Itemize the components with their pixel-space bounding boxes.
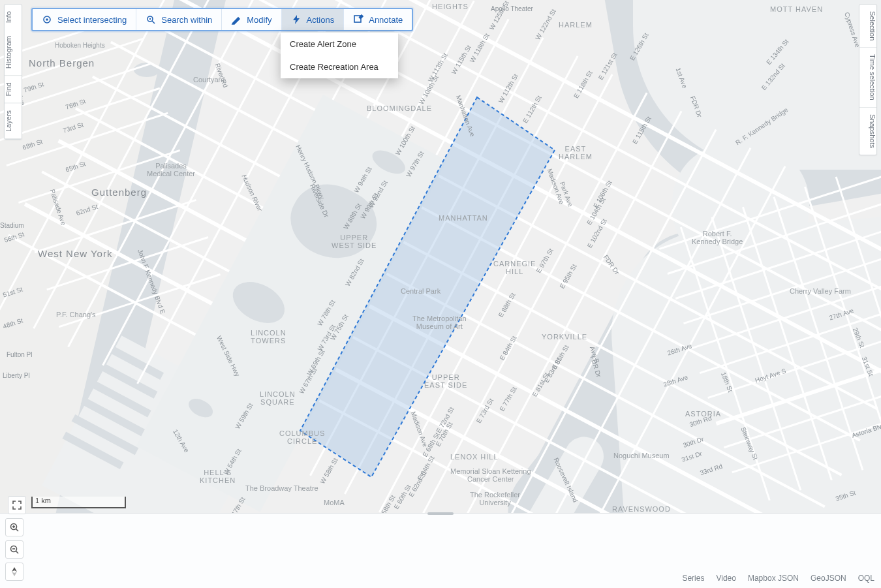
select-intersecting-label: Select intersecting <box>57 15 127 25</box>
tab-selection[interactable]: Selection <box>859 5 876 47</box>
scale-value: 1 km <box>35 497 51 504</box>
create-recreation-area-item[interactable]: Create Recreation Area <box>281 55 398 78</box>
label-uws: UPPER WEST SIDE <box>332 234 377 249</box>
label-east-harlem: EAST HARLEM <box>559 145 593 161</box>
annotate-icon <box>353 14 363 25</box>
search-within-icon <box>146 14 156 25</box>
label-lenox: LENOX HILL <box>450 453 499 461</box>
label-pfchangs: P.F. Chang's <box>56 311 96 318</box>
label-palisades: Palisades Medical Center <box>147 162 195 178</box>
compass-button[interactable] <box>5 563 23 581</box>
label-lincoln-towers: LINCOLN TOWERS <box>251 329 286 345</box>
label-fulton: Fulton Pl <box>7 351 32 358</box>
left-sidebar-tabs: Info Histogram Find Layers <box>4 4 22 140</box>
modify-button[interactable]: Modify <box>222 9 281 30</box>
label-met: The Metropolitan Museum of Art <box>412 315 467 330</box>
tab-info[interactable]: Info <box>5 5 22 29</box>
search-within-button[interactable]: Search within <box>136 9 222 30</box>
svg-line-12 <box>16 551 19 554</box>
label-broadway: The Broadway Theatre <box>245 484 318 492</box>
label-bloomingdale: BLOOMINGDALE <box>367 104 432 112</box>
fullscreen-button[interactable] <box>8 496 26 514</box>
bottom-panel: Series Video Mapbox JSON GeoJSON OQL <box>0 513 881 588</box>
tab-time-selection[interactable]: Time selection <box>859 47 876 107</box>
label-yorkville: YORKVILLE <box>542 333 587 341</box>
label-columbus: COLUMBUS CIRCLE <box>279 429 325 445</box>
scale-bar: 1 km <box>31 497 126 508</box>
label-guttenberg: Guttenberg <box>91 187 147 198</box>
bolt-icon <box>291 14 301 25</box>
tab-find[interactable]: Find <box>5 76 22 103</box>
search-within-label: Search within <box>161 15 212 25</box>
label-mott: MOTT HAVEN <box>770 5 823 13</box>
label-lincoln-sq: LINCOLN SQUARE <box>260 390 296 406</box>
label-central-park: Central Park <box>401 287 440 295</box>
svg-point-5 <box>149 18 151 20</box>
annotate-label: Annotate <box>369 15 403 25</box>
annotate-button[interactable]: Annotate <box>344 9 412 30</box>
link-oql[interactable]: OQL <box>858 574 874 583</box>
link-video[interactable]: Video <box>716 574 735 583</box>
target-icon <box>42 14 52 25</box>
svg-line-4 <box>152 21 155 23</box>
label-heights: HEIGHTS <box>432 3 469 10</box>
actions-dropdown: Create Alert Zone Create Recreation Area <box>281 32 398 78</box>
label-msk: Memorial Sloan Kettering Cancer Center <box>450 467 531 483</box>
label-ues: UPPER EAST SIDE <box>424 373 467 389</box>
actions-button[interactable]: Actions <box>282 9 345 30</box>
label-liberty: Liberty Pl <box>3 372 30 379</box>
svg-point-2 <box>46 18 48 21</box>
link-series[interactable]: Series <box>682 574 704 583</box>
pencil-icon <box>231 14 241 25</box>
link-mapbox-json[interactable]: Mapbox JSON <box>748 574 799 583</box>
label-hoboken-heights: Hoboken Heights <box>55 42 105 49</box>
label-ravenswood: RAVENSWOOD <box>612 505 671 513</box>
map-canvas[interactable]: North Bergen Guttenberg West New York Ho… <box>0 0 881 513</box>
label-cherry: Cherry Valley Farm <box>790 287 851 295</box>
label-rfk: Robert F. Kennedy Bridge <box>692 230 743 245</box>
label-north-bergen: North Bergen <box>29 57 95 69</box>
actions-label: Actions <box>307 15 335 25</box>
create-alert-zone-item[interactable]: Create Alert Zone <box>281 33 398 55</box>
zoom-out-button[interactable] <box>5 540 23 559</box>
label-noguchi: Noguchi Museum <box>613 452 670 459</box>
tab-layers[interactable]: Layers <box>5 104 22 139</box>
bottom-links: Series Video Mapbox JSON GeoJSON OQL <box>682 574 874 583</box>
label-rock: The Rockefeller University <box>470 491 520 506</box>
label-stadium: Stadium <box>0 222 24 229</box>
drag-handle[interactable] <box>427 512 454 515</box>
svg-line-8 <box>16 529 19 532</box>
link-geojson[interactable]: GeoJSON <box>811 574 846 583</box>
modify-label: Modify <box>247 15 271 25</box>
zoom-in-button[interactable] <box>5 518 23 536</box>
label-wny: West New York <box>38 248 112 259</box>
label-moma: MoMA <box>324 499 345 506</box>
tab-snapshots[interactable]: Snapshots <box>859 107 876 155</box>
label-harlem: HARLEM <box>559 21 593 29</box>
label-carnegie: CARNEGIE HILL <box>493 260 536 275</box>
tab-histogram[interactable]: Histogram <box>5 29 22 76</box>
selection-toolbar: Select intersecting Search within Modify… <box>31 8 413 31</box>
label-manhattan: MANHATTAN <box>439 214 488 222</box>
right-sidebar-tabs: Selection Time selection Snapshots <box>859 4 877 155</box>
select-intersecting-button[interactable]: Select intersecting <box>33 9 136 30</box>
